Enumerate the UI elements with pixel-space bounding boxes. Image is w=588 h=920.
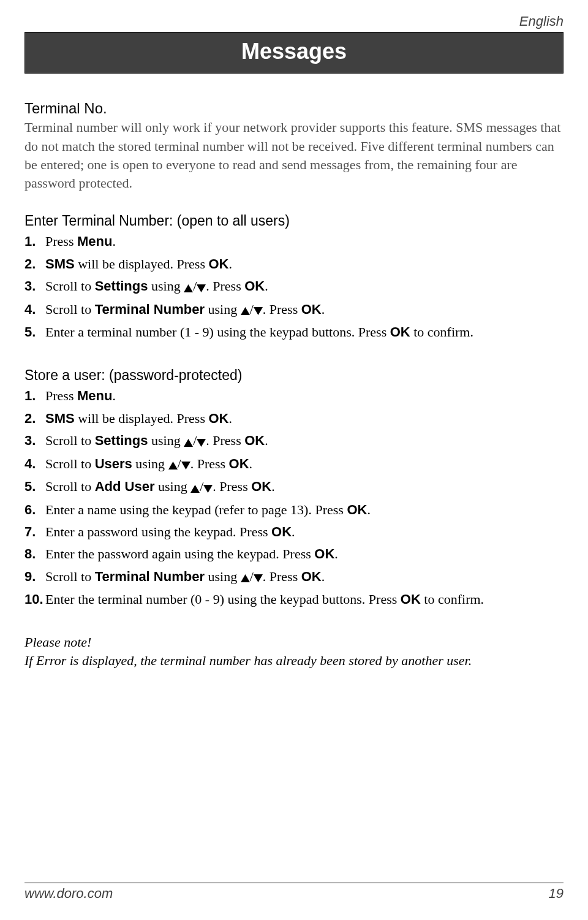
- step-text: Press Menu.: [45, 387, 116, 405]
- step-text: Scroll to Terminal Number using /. Press…: [45, 568, 325, 587]
- step-row: 10.Enter the terminal number (0 - 9) usi…: [24, 588, 564, 610]
- down-arrow-icon: [197, 278, 206, 296]
- step-text: SMS will be displayed. Press OK.: [45, 409, 232, 428]
- up-arrow-icon: [184, 432, 193, 450]
- section-title: Terminal No.: [24, 98, 564, 118]
- svg-marker-1: [197, 284, 206, 292]
- intro-paragraph: Terminal number will only work if your n…: [24, 118, 564, 192]
- step-number: 9.: [24, 568, 45, 586]
- step-text: Press Menu.: [45, 232, 116, 251]
- step-number: 7.: [24, 523, 45, 541]
- svg-marker-0: [184, 284, 193, 292]
- step-text: Enter a terminal number (1 - 9) using th…: [45, 323, 473, 341]
- footer: www.doro.com 19: [24, 883, 564, 903]
- down-arrow-icon: [197, 432, 206, 450]
- svg-marker-4: [184, 439, 193, 447]
- down-arrow-icon: [254, 568, 263, 587]
- step-text: Enter the password again using the keypa…: [45, 545, 338, 563]
- step-row: 9.Scroll to Terminal Number using /. Pre…: [24, 566, 564, 589]
- step-row: 5.Scroll to Add User using /. Press OK.: [24, 476, 564, 499]
- list-b: 1.Press Menu.2.SMS will be displayed. Pr…: [24, 385, 564, 610]
- language-label: English: [24, 12, 564, 31]
- list-a: 1.Press Menu.2.SMS will be displayed. Pr…: [24, 230, 564, 343]
- step-row: 4.Scroll to Terminal Number using /. Pre…: [24, 298, 564, 322]
- step-number: 3.: [24, 431, 45, 450]
- step-row: 3.Scroll to Settings using /. Press OK.: [24, 430, 564, 453]
- step-number: 1.: [24, 232, 45, 251]
- svg-marker-7: [181, 462, 190, 470]
- step-number: 4.: [24, 455, 45, 473]
- list-b-heading: Store a user: (password-protected): [24, 366, 564, 386]
- up-arrow-icon: [241, 301, 250, 319]
- footer-page-number: 19: [549, 884, 564, 903]
- step-text: Scroll to Terminal Number using /. Press…: [45, 300, 325, 320]
- svg-marker-2: [241, 307, 250, 315]
- step-row: 3.Scroll to Settings using /. Press OK.: [24, 275, 564, 298]
- step-text: SMS will be displayed. Press OK.: [45, 255, 232, 273]
- step-text: Enter the terminal number (0 - 9) using …: [45, 590, 484, 609]
- step-number: 4.: [24, 300, 45, 319]
- step-number: 8.: [24, 545, 45, 563]
- down-arrow-icon: [181, 455, 190, 474]
- step-row: 7.Enter a password using the keypad. Pre…: [24, 521, 564, 543]
- step-row: 1.Press Menu.: [24, 230, 564, 253]
- note-heading: Please note!: [24, 633, 564, 652]
- down-arrow-icon: [203, 478, 213, 496]
- footer-url: www.doro.com: [24, 884, 113, 903]
- svg-marker-5: [197, 439, 206, 447]
- step-number: 2.: [24, 255, 45, 273]
- svg-marker-6: [168, 462, 178, 470]
- step-number: 1.: [24, 387, 45, 405]
- step-row: 6.Enter a name using the keypad (refer t…: [24, 499, 564, 521]
- step-number: 2.: [24, 409, 45, 428]
- step-row: 4.Scroll to Users using /. Press OK.: [24, 453, 564, 476]
- step-text: Scroll to Users using /. Press OK.: [45, 455, 252, 474]
- svg-marker-8: [190, 485, 200, 493]
- page-title: Messages: [24, 32, 564, 74]
- step-row: 5.Enter a terminal number (1 - 9) using …: [24, 321, 564, 343]
- svg-marker-3: [254, 307, 263, 315]
- step-row: 8.Enter the password again using the key…: [24, 543, 564, 565]
- up-arrow-icon: [241, 568, 250, 587]
- step-number: 3.: [24, 277, 45, 295]
- note-body: If Error is displayed, the terminal numb…: [24, 652, 564, 670]
- step-number: 6.: [24, 501, 45, 519]
- step-number: 5.: [24, 323, 45, 341]
- svg-marker-10: [241, 574, 250, 582]
- step-text: Scroll to Settings using /. Press OK.: [45, 277, 268, 297]
- list-a-heading: Enter Terminal Number: (open to all user…: [24, 211, 564, 231]
- step-row: 2.SMS will be displayed. Press OK.: [24, 253, 564, 275]
- step-number: 10.: [24, 590, 45, 609]
- step-text: Scroll to Settings using /. Press OK.: [45, 431, 268, 451]
- up-arrow-icon: [168, 455, 178, 474]
- step-text: Scroll to Add User using /. Press OK.: [45, 477, 275, 497]
- up-arrow-icon: [190, 478, 200, 496]
- svg-marker-11: [254, 574, 263, 582]
- up-arrow-icon: [184, 278, 193, 296]
- step-row: 1.Press Menu.: [24, 385, 564, 407]
- step-row: 2.SMS will be displayed. Press OK.: [24, 408, 564, 430]
- svg-marker-9: [203, 485, 213, 493]
- step-text: Enter a password using the keypad. Press…: [45, 523, 295, 541]
- down-arrow-icon: [254, 301, 263, 319]
- step-number: 5.: [24, 477, 45, 496]
- step-text: Enter a name using the keypad (refer to …: [45, 501, 371, 519]
